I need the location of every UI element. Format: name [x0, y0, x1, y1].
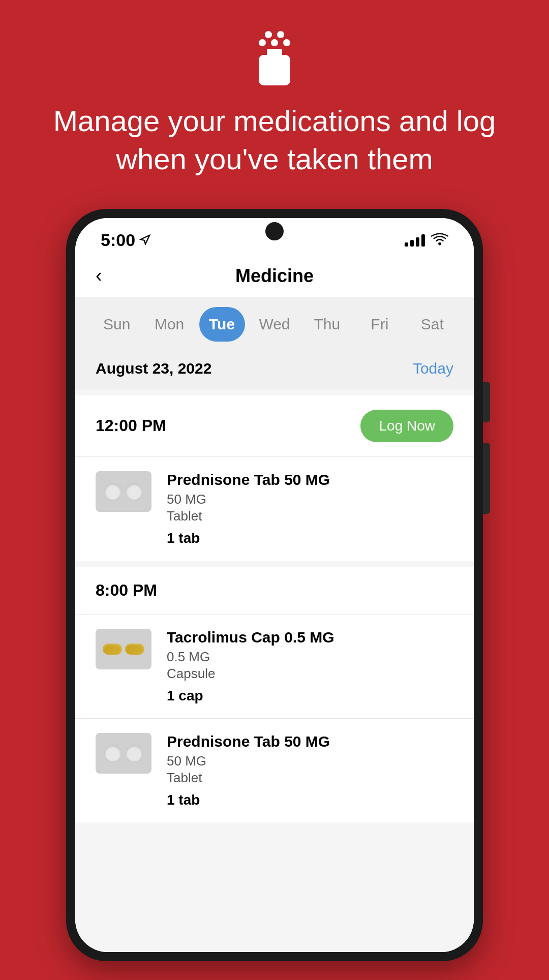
- medicine-item-tacrolimus[interactable]: Tacrolimus Cap 0.5 MG 0.5 MG Capsule 1 c…: [75, 615, 474, 719]
- med-dosage: 50 MG: [167, 753, 453, 769]
- med-quantity: 1 tab: [167, 792, 453, 808]
- day-selector: Sun Mon Tue Wed Thu Fri: [75, 297, 474, 352]
- phone-outer: 5:00: [66, 209, 483, 961]
- days-row: Sun Mon Tue Wed Thu Fri: [90, 307, 459, 342]
- day-mon[interactable]: Mon: [146, 307, 192, 342]
- nav-header: ‹ Medicine: [75, 255, 474, 297]
- time-header-evening: 8:00 PM: [75, 567, 474, 615]
- location-icon: [139, 234, 150, 246]
- headline-text: Manage your medications and log when you…: [0, 102, 549, 178]
- med-image-tacrolimus: [96, 629, 151, 669]
- pill-circle-2: [125, 482, 143, 501]
- svg-point-2: [259, 39, 266, 46]
- wifi-icon: [431, 233, 448, 247]
- log-now-button[interactable]: Log Now: [360, 410, 453, 442]
- med-name: Prednisone Tab 50 MG: [167, 733, 453, 750]
- svg-point-8: [438, 242, 441, 246]
- medicine-item-prednisone-evening[interactable]: Prednisone Tab 50 MG 50 MG Tablet 1 tab: [75, 719, 474, 822]
- med-type: Capsule: [167, 666, 453, 682]
- top-section: Manage your medications and log when you…: [0, 0, 549, 199]
- status-time-area: 5:00: [101, 230, 150, 250]
- svg-rect-5: [267, 49, 282, 56]
- day-wed[interactable]: Wed: [252, 307, 297, 342]
- day-fri[interactable]: Fri: [357, 307, 403, 342]
- med-details-prednisone-evening: Prednisone Tab 50 MG 50 MG Tablet 1 tab: [167, 733, 453, 808]
- time-header-noon: 12:00 PM Log Now: [75, 395, 474, 457]
- med-dosage: 0.5 MG: [167, 649, 453, 665]
- date-row: August 23, 2022 Today: [75, 352, 474, 389]
- med-dosage: 50 MG: [167, 492, 453, 507]
- content-scroll[interactable]: 12:00 PM Log Now Prednisone Tab 50 MG: [75, 389, 474, 952]
- medicine-item-prednisone-noon[interactable]: Prednisone Tab 50 MG 50 MG Tablet 1 tab: [75, 457, 474, 561]
- day-sun[interactable]: Sun: [94, 307, 140, 342]
- status-bar: 5:00: [75, 218, 474, 255]
- app-logo: [252, 30, 297, 86]
- svg-rect-6: [259, 55, 290, 85]
- pill-circle-3: [104, 744, 122, 762]
- phone-wrapper: 5:00: [66, 199, 483, 980]
- time-label-noon: 12:00 PM: [96, 416, 166, 435]
- med-details-tacrolimus: Tacrolimus Cap 0.5 MG 0.5 MG Capsule 1 c…: [167, 629, 453, 704]
- day-tue[interactable]: Tue: [199, 307, 245, 342]
- signal-bar-1: [405, 242, 408, 247]
- today-button[interactable]: Today: [413, 360, 453, 377]
- svg-point-0: [265, 31, 272, 38]
- time-label-evening: 8:00 PM: [96, 581, 157, 600]
- signal-bar-2: [410, 240, 414, 247]
- svg-point-3: [271, 39, 278, 46]
- pill-circle-4: [125, 744, 143, 762]
- med-quantity: 1 tab: [167, 530, 453, 546]
- capsule-2: [125, 644, 144, 655]
- white-tablet-icon-2: [104, 744, 143, 762]
- med-type: Tablet: [167, 770, 453, 786]
- med-image-prednisone-evening: [96, 733, 151, 774]
- med-name: Tacrolimus Cap 0.5 MG: [167, 629, 453, 646]
- med-name: Prednisone Tab 50 MG: [167, 471, 453, 488]
- page-title: Medicine: [235, 265, 314, 287]
- camera-notch: [265, 222, 284, 240]
- phone-inner: 5:00: [75, 218, 474, 952]
- white-tablet-icon: [104, 482, 143, 501]
- med-details-prednisone-noon: Prednisone Tab 50 MG 50 MG Tablet 1 tab: [167, 471, 453, 546]
- signal-icon: [405, 233, 425, 247]
- back-button[interactable]: ‹: [96, 265, 102, 287]
- capsule-1: [103, 644, 122, 655]
- time-block-evening: 8:00 PM Tacrolimus Cap 0.5 MG 0.5 M: [75, 567, 474, 822]
- current-date: August 23, 2022: [96, 360, 211, 377]
- med-image-prednisone-noon: [96, 471, 151, 512]
- svg-point-4: [283, 39, 290, 46]
- status-icons: [405, 233, 448, 247]
- status-time: 5:00: [101, 230, 135, 250]
- signal-bar-3: [416, 237, 419, 247]
- time-block-noon: 12:00 PM Log Now Prednisone Tab 50 MG: [75, 395, 474, 561]
- pill-circle-1: [104, 482, 122, 501]
- day-thu[interactable]: Thu: [304, 307, 350, 342]
- day-sat[interactable]: Sat: [409, 307, 455, 342]
- med-quantity: 1 cap: [167, 688, 453, 704]
- signal-bar-4: [421, 234, 425, 247]
- svg-marker-7: [141, 235, 149, 244]
- yellow-capsule-icon: [103, 644, 144, 655]
- svg-point-1: [277, 31, 284, 38]
- med-type: Tablet: [167, 508, 453, 524]
